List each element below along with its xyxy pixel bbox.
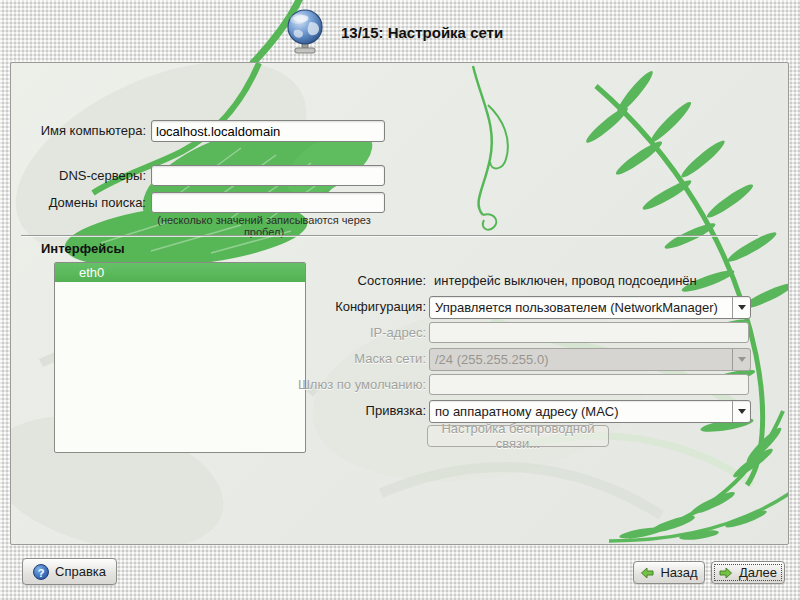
status-value: интерфейс выключен, провод подсоединён — [434, 270, 697, 291]
help-button[interactable]: ? Справка — [22, 558, 117, 585]
help-button-label: Справка — [55, 564, 106, 579]
search-domains-input[interactable] — [151, 192, 385, 213]
page-title: 13/15: Настройка сети — [341, 24, 503, 41]
help-question-icon: ? — [33, 564, 49, 580]
netmask-value: /24 (255.255.255.0) — [430, 352, 732, 367]
section-separator — [21, 235, 758, 237]
status-label: Состояние: — [151, 270, 426, 291]
binding-dropdown-button[interactable] — [732, 401, 750, 422]
netmask-dropdown-button — [732, 349, 750, 370]
back-button[interactable]: Назад — [633, 561, 705, 584]
arrow-left-icon — [640, 567, 654, 579]
main-panel: Имя компьютера: DNS-серверы: Домены поис… — [10, 62, 789, 545]
hostname-label: Имя компьютера: — [21, 120, 146, 141]
next-button-label: Далее — [739, 565, 777, 580]
ip-address-input — [429, 322, 749, 343]
gateway-label: Шлюз по умолчанию: — [151, 374, 426, 395]
binding-combobox[interactable]: по аппаратному адресу (MAC) — [429, 400, 751, 423]
binding-label: Привязка: — [151, 400, 426, 421]
chevron-down-icon — [738, 409, 746, 418]
dns-input[interactable] — [151, 165, 385, 186]
gateway-input — [429, 374, 749, 395]
back-button-label: Назад — [660, 565, 697, 580]
arrow-right-icon — [719, 567, 733, 579]
globe-network-icon — [283, 8, 327, 56]
configuration-dropdown-button[interactable] — [732, 297, 750, 318]
netmask-label: Маска сети: — [151, 348, 426, 369]
wireless-settings-button: Настройка беспроводной связи... — [427, 425, 609, 447]
configuration-label: Конфигурация: — [151, 296, 426, 317]
hostname-input[interactable] — [151, 120, 385, 142]
interfaces-section-title: Интерфейсы — [41, 241, 125, 256]
search-domains-label: Домены поиска: — [21, 192, 146, 213]
dns-label: DNS-серверы: — [21, 165, 146, 186]
wizard-header: 13/15: Настройка сети — [283, 8, 503, 56]
chevron-down-icon — [738, 305, 746, 314]
next-button[interactable]: Далее — [711, 561, 785, 584]
netmask-combobox: /24 (255.255.255.0) — [429, 348, 751, 371]
ip-address-label: IP-адрес: — [151, 322, 426, 343]
binding-value: по аппаратному адресу (MAC) — [430, 404, 732, 419]
configuration-combobox[interactable]: Управляется пользователем (NetworkManage… — [429, 296, 751, 319]
configuration-value: Управляется пользователем (NetworkManage… — [430, 300, 732, 315]
chevron-down-icon — [738, 357, 746, 366]
